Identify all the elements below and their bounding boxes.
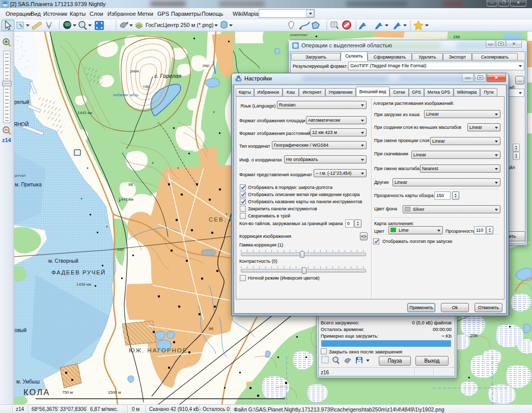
- svg-text:ЗЯНОЙ: ЗЯНОЙ: [14, 121, 29, 127]
- svg-text:сар.: сар.: [143, 84, 151, 89]
- svg-text:ФАДЕЕВ РУЧЕЙ: ФАДЕЕВ РУЧЕЙ: [51, 269, 106, 276]
- svg-text:подземн. вдхр.: подземн. вдхр.: [113, 93, 139, 97]
- svg-text:156: 156: [453, 35, 460, 39]
- svg-text:КОЛА: КОЛА: [23, 388, 50, 397]
- svg-text:м. Умбыш: м. Умбыш: [16, 379, 40, 384]
- svg-text:г. Горелая: г. Горелая: [154, 73, 181, 79]
- svg-text:z14: z14: [2, 137, 12, 143]
- svg-text:750 м: 750 м: [62, 390, 73, 395]
- svg-text:разв.: разв.: [130, 69, 140, 73]
- svg-text:гар.: гар.: [203, 63, 210, 68]
- svg-text:98: 98: [128, 182, 133, 187]
- svg-text:м. Створный: м. Створный: [48, 258, 78, 264]
- svg-text:96: 96: [209, 326, 213, 331]
- svg-text:релый: релый: [14, 99, 29, 105]
- svg-text:м. Притыка: м. Притыка: [15, 182, 42, 187]
- svg-text:причал: причал: [14, 173, 26, 178]
- svg-text:ЮЖ. НАГОРНОЕ: ЮЖ. НАГОРНОЕ: [129, 347, 187, 353]
- svg-text:1441 км: 1441 км: [119, 197, 133, 202]
- svg-text:гар.: гар.: [117, 247, 125, 252]
- svg-text:208: 208: [470, 333, 478, 338]
- svg-text:комплекс: комплекс: [290, 33, 308, 37]
- svg-text:1439 км: 1439 км: [76, 282, 91, 287]
- svg-text:ГосГисЦентр 250 м (*.png): ГосГисЦентр 250 м (*.png): [146, 22, 213, 28]
- svg-text:1443 км: 1443 км: [77, 111, 92, 115]
- svg-text:1500 м: 1500 м: [108, 390, 121, 395]
- svg-text:повый: повый: [14, 327, 26, 333]
